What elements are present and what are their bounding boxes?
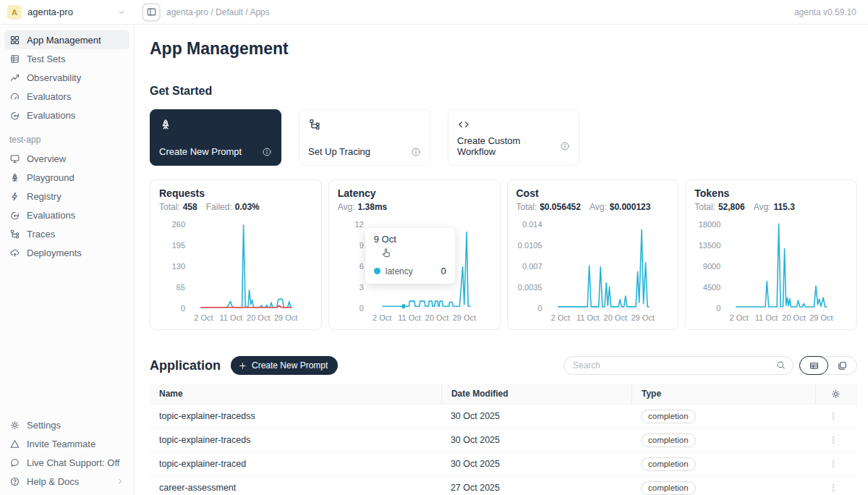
sidebar-item[interactable]: Registry — [4, 187, 129, 206]
y-tick-label: 0.0105 — [518, 242, 542, 249]
sidebar-item-label: Playground — [27, 172, 75, 183]
y-tick-label: 3 — [359, 284, 364, 291]
get-started-card[interactable]: Set Up Tracing — [299, 109, 430, 166]
metric: Avg:115.3 — [754, 202, 795, 212]
app-management-icon — [9, 35, 20, 46]
more-actions-icon[interactable] — [828, 411, 838, 421]
sidebar-item[interactable]: Help & Docs — [4, 472, 129, 491]
tokens-chart[interactable]: 1800013500900045000 2 Oct11 Oct20 Oct29 … — [694, 221, 848, 323]
app-name: topic-explainer-tracedss — [150, 411, 441, 421]
card-title: Cost — [516, 187, 670, 199]
y-tick-label: 12 — [355, 221, 364, 228]
tooltip-series-label: latency — [386, 266, 413, 276]
workspace-name: agenta-pro — [27, 7, 73, 17]
search-input[interactable] — [563, 356, 793, 375]
latency-card: Latency Avg:1.38ms 129630 2 Oct11 Oct20 … — [328, 179, 501, 330]
date-modified: 30 Oct 2025 — [441, 435, 631, 445]
info-icon[interactable] — [411, 147, 421, 157]
workspace-switcher[interactable]: A agenta-pro — [0, 5, 135, 20]
cost-chart[interactable]: 0.0140.01050.0070.00350 2 Oct11 Oct20 Oc… — [516, 221, 670, 323]
sidebar-item[interactable]: Playground — [4, 168, 129, 187]
get-started-card[interactable]: Create Custom Workflow — [448, 109, 579, 166]
sidebar-item[interactable]: App Management — [4, 30, 129, 49]
info-icon[interactable] — [262, 147, 272, 157]
tokens-card: Tokens Total:52,806Avg:115.3 18000135009… — [685, 179, 857, 330]
requests-card: Requests Total:458Failed:0.03% 260195130… — [150, 179, 322, 330]
rocket-icon — [9, 172, 20, 183]
get-started-card-label: Create Custom Workflow — [457, 135, 560, 157]
table-body: topic-explainer-tracedss 30 Oct 2025 com… — [150, 405, 857, 495]
cost-card: Cost Total:$0.056452Avg:$0.000123 0.0140… — [507, 179, 679, 330]
x-tick-label: 20 Oct — [782, 313, 805, 322]
type-badge: completion — [641, 433, 696, 447]
live-chat-icon — [9, 457, 20, 468]
invite-teammate-icon — [9, 439, 20, 449]
sidebar-item[interactable]: Observability — [4, 68, 129, 87]
table-row[interactable]: topic-explainer-traceds 30 Oct 2025 comp… — [150, 428, 857, 452]
sidebar-item[interactable]: Test Sets — [4, 49, 129, 68]
sidebar-collapse-button[interactable] — [142, 3, 161, 22]
date-modified: 30 Oct 2025 — [441, 459, 631, 469]
panel-left-icon — [146, 7, 157, 17]
stat-cards: Requests Total:458Failed:0.03% 260195130… — [150, 179, 857, 330]
sidebar-item[interactable]: Overview — [4, 149, 129, 168]
y-tick-label: 195 — [172, 242, 185, 249]
more-actions-icon[interactable] — [828, 435, 838, 445]
table-view-button[interactable] — [799, 356, 828, 375]
app-section-label: test-app — [9, 135, 124, 145]
tooltip-date: 9 Oct — [374, 234, 446, 245]
info-icon[interactable] — [560, 141, 570, 151]
requests-chart[interactable]: 260195130650 2 Oct11 Oct20 Oct29 Oct — [159, 221, 312, 323]
column-header-date[interactable]: Date Modified — [441, 384, 631, 404]
sidebar-item[interactable]: Evaluations — [4, 106, 129, 124]
plus-icon — [238, 361, 247, 371]
y-tick-label: 0 — [537, 305, 542, 312]
y-tick-label: 0.0035 — [518, 284, 542, 291]
metric: Avg:$0.000123 — [590, 202, 651, 212]
sidebar-item-label: Help & Docs — [27, 476, 79, 487]
app-name: career-assessment — [150, 483, 441, 493]
x-tick-label: 29 Oct — [809, 313, 833, 322]
sidebar-item[interactable]: Settings — [4, 415, 129, 434]
y-tick-label: 260 — [172, 221, 185, 228]
sidebar-item[interactable]: Traces — [4, 224, 129, 243]
column-header-type[interactable]: Type — [631, 384, 815, 404]
column-header-name[interactable]: Name — [150, 384, 441, 404]
y-tick-label: 0.007 — [522, 263, 542, 270]
more-actions-icon[interactable] — [828, 459, 838, 469]
y-tick-label: 9000 — [703, 263, 720, 270]
x-tick-label: 29 Oct — [631, 313, 654, 322]
sidebar-item[interactable]: Evaluations — [4, 206, 129, 224]
sidebar-item[interactable]: Deployments — [4, 243, 129, 262]
column-settings-icon[interactable] — [830, 389, 841, 399]
sidebar-item[interactable]: Invite Teammate — [4, 434, 129, 453]
sidebar-item[interactable]: Live Chat Support: Off — [4, 453, 129, 472]
search-icon[interactable] — [775, 360, 786, 371]
x-tick-label: 11 Oct — [755, 313, 778, 322]
metric: Avg:1.38ms — [338, 202, 388, 212]
y-tick-label: 0 — [716, 305, 720, 312]
sidebar-item-label: App Management — [27, 35, 101, 46]
x-tick-label: 11 Oct — [398, 313, 421, 322]
view-toggle — [799, 356, 857, 375]
sidebar-app-group: Overview Playground Registry Evaluations — [4, 149, 129, 262]
code-icon — [457, 118, 470, 131]
observability-icon — [9, 72, 20, 83]
help-icon — [9, 476, 20, 487]
card-view-button[interactable] — [827, 357, 856, 374]
table-row[interactable]: topic-explainer-traced 30 Oct 2025 compl… — [150, 452, 857, 476]
table-row[interactable]: career-assessment 27 Oct 2025 completion — [150, 476, 857, 495]
sidebar-item-label: Registry — [27, 191, 61, 202]
evaluators-icon — [9, 91, 20, 102]
sidebar-item[interactable]: Evaluators — [4, 87, 129, 106]
card-title: Latency — [338, 187, 491, 199]
breadcrumb[interactable]: agenta-pro / Default / Apps — [166, 7, 270, 17]
registry-icon — [9, 191, 20, 202]
get-started-card[interactable]: Create New Prompt — [150, 109, 281, 166]
y-tick-label: 0 — [359, 305, 364, 312]
create-new-prompt-button[interactable]: Create New Prompt — [231, 356, 338, 375]
table-row[interactable]: topic-explainer-tracedss 30 Oct 2025 com… — [150, 405, 857, 428]
date-modified: 27 Oct 2025 — [441, 483, 631, 493]
more-actions-icon[interactable] — [828, 483, 838, 493]
evaluations-icon — [9, 110, 20, 121]
